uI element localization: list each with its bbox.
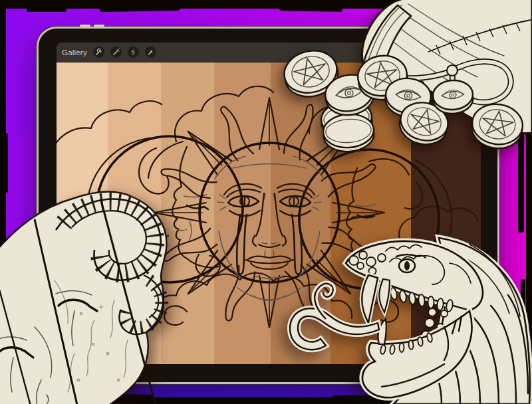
selection-button[interactable]: S: [128, 47, 139, 58]
volume-down-button[interactable]: [94, 25, 104, 27]
actions-button[interactable]: [93, 47, 104, 58]
ram-mask-sticker: [0, 181, 188, 404]
money-bag-sticker: [278, 0, 532, 166]
gallery-button[interactable]: Gallery: [62, 49, 87, 56]
grunge-patch: [100, 4, 180, 12]
arrow-cursor-icon: [146, 49, 154, 56]
svg-text:S: S: [132, 49, 135, 56]
grunge-patch: [27, 6, 66, 12]
volume-up-button[interactable]: [80, 25, 90, 27]
adjustments-button[interactable]: [110, 47, 122, 58]
magic-wand-icon: [112, 49, 120, 56]
poster-scene: { "scene": { "description": "Procreate t…: [0, 0, 532, 404]
fangs: [362, 275, 390, 323]
transform-button[interactable]: [145, 47, 156, 58]
s-icon: S: [129, 49, 137, 56]
snake-eye: [404, 261, 410, 270]
wrench-icon: [94, 49, 102, 56]
snake-sticker: [282, 234, 532, 404]
